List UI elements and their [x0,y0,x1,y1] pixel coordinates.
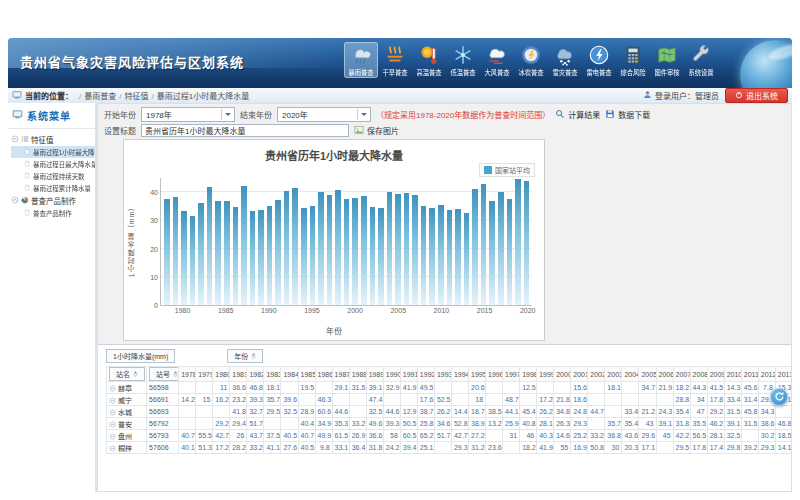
value-cell: 33.4 [724,394,741,406]
start-year-select[interactable]: 1978年 [141,107,235,122]
nav-item-lightning[interactable]: 雷电普查 [582,42,616,78]
value-cell [741,430,758,442]
end-year-select[interactable]: 2020年 [277,107,371,122]
bar-2018 [507,199,513,305]
value-cell [486,382,503,394]
value-cell: 52.5 [434,394,451,406]
save-image-label: 保存图片 [367,125,399,136]
document-icon [24,160,30,167]
calc-result-button[interactable]: 计算结果 [555,109,600,121]
tree-item[interactable]: 暴雨过程累计降水量 [11,182,95,194]
bar-1982 [198,203,204,305]
value-cell: 45 [656,430,673,442]
row-expander-icon[interactable] [109,445,116,453]
station-name-cell: 赫章 [107,382,147,394]
year-column-header: 1999 [537,367,554,382]
x-tick-label: 2010 [434,307,450,314]
row-expander-icon[interactable] [109,397,116,405]
row-expander-icon[interactable] [109,385,116,393]
expander-icon[interactable] [11,135,19,145]
value-cell: 29.2 [213,418,230,430]
breadcrumb-link[interactable]: 暴雨过程1小时最大降水量 [157,92,249,101]
value-cell: 21.8 [554,394,571,406]
toolbar-row-2: 设置标题 保存图片 [104,123,787,138]
row-field-chip[interactable]: 站名 [109,367,145,381]
breadcrumb-link[interactable]: 暴雨普查 [84,92,116,101]
chart-title-input[interactable] [141,124,349,137]
year-column-header: 1981 [230,367,247,382]
risk-icon [616,44,650,68]
value-cell [537,382,554,394]
nav-item-heat[interactable]: 高温普查 [412,42,446,78]
logout-button[interactable]: 退出系统 [725,88,788,103]
year-column-header: 2002 [588,367,605,382]
value-cell: 12.5 [520,382,537,394]
year-column-header: 1998 [520,367,537,382]
value-cell: 18 [468,394,485,406]
nav-item-cold[interactable]: 低温普查 [446,42,480,78]
value-cell: 18.7 [468,406,485,418]
value-cell: 43.6 [622,430,639,442]
tree-item[interactable]: 暴雨过程持续天数 [11,170,95,182]
sort-icons[interactable] [133,370,138,378]
value-cell: 51.7 [434,430,451,442]
breadcrumb-link[interactable]: 特征值 [124,92,148,101]
data-download-button[interactable]: 数据下载 [605,109,650,121]
value-cell: 21.9 [656,382,673,394]
value-cell: 26.2 [537,406,554,418]
chart-plot-area: 0102030401980198519901995200020052010201… [160,178,532,306]
refresh-floating-button[interactable] [770,388,788,406]
value-cell [656,442,673,454]
measure-field-chip[interactable]: 1小时降水量(mm) [106,349,175,363]
value-cell: 30 [605,442,622,454]
value-cell: 60.5 [400,430,417,442]
nav-item-hail[interactable]: 冰雹普查 [514,42,548,78]
value-cell: 46.3 [315,394,332,406]
nav-item-settings[interactable]: 系统设置 [684,42,718,78]
breadcrumb-separator: / [119,92,121,101]
row-expander-icon[interactable] [109,421,116,429]
tree-group-pie[interactable]: 普查产品制作 [11,194,95,207]
breadcrumb-separator: / [79,92,81,101]
tree-item[interactable]: 暴雨过程1小时最大降水量 [11,146,95,158]
pivot-field-chips: 1小时降水量(mm) 年份 [106,349,791,363]
year-field-chip[interactable]: 年份 [227,349,263,363]
value-cell [196,418,213,430]
sort-icons[interactable] [251,352,256,360]
sort-icons[interactable] [173,370,178,378]
tree-item[interactable]: 普查产品制作 [11,207,95,219]
station-id-cell: 56792 [147,418,179,430]
value-cell: 13.2 [486,418,503,430]
nav-item-map[interactable]: 图件审核 [650,42,684,78]
row-field-chip[interactable]: 站号 [149,367,179,381]
row-expander-icon[interactable] [109,409,116,417]
chart-legend[interactable]: 国家站平均 [479,163,535,177]
tree-item-label: 暴雨过程日最大降水量 [33,159,97,168]
station-name: 赫章 [118,385,132,392]
value-cell: 20.6 [468,382,485,394]
station-id-cell: 56793 [147,430,179,442]
nav-item-wind[interactable]: 大风普查 [480,42,514,78]
expander-icon[interactable] [11,196,19,206]
value-cell: 41.9 [537,442,554,454]
nav-item-risk[interactable]: 综合风险 [616,42,650,78]
download-label: 数据下载 [618,109,650,120]
tree-item[interactable]: 暴雨过程日最大降水量 [11,158,95,170]
nav-item-snow[interactable]: 雪灾普查 [548,42,582,78]
save-image-button[interactable]: 保存图片 [354,125,399,137]
value-cell: 34.9 [315,418,332,430]
value-cell: 18.5 [775,430,791,442]
nav-item-drought[interactable]: 干旱普查 [378,42,412,78]
value-cell: 32.7 [247,406,264,418]
value-cell: 17.4 [707,442,724,454]
nav-item-rainstorm[interactable]: 暴雨普查 [344,42,378,78]
main-nav: 暴雨普查干旱普查高温普查低温普查大风普查冰雹普查雪灾普查雷电普查综合风险图件审核… [344,42,718,78]
value-cell [622,382,639,394]
bar-2012 [455,209,461,305]
table-row: 盘州5679340.755.542.72643.737.540.540.749.… [107,430,792,442]
value-cell [503,442,520,454]
tree-group-list[interactable]: 特征值 [11,133,95,146]
x-tick-label: 1990 [261,307,277,314]
table-scroll-container[interactable]: 站名站号197819791980198119821983198419851986… [106,366,791,454]
row-expander-icon[interactable] [109,433,116,441]
